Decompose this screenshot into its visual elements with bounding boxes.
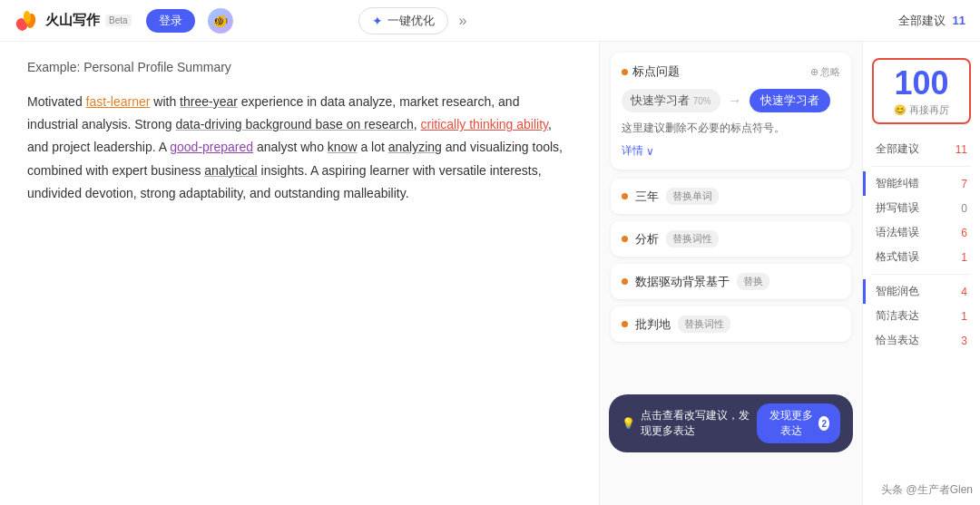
right-label-smart-polish: 智能润色 xyxy=(876,284,919,299)
right-label-spelling: 拼写错误 xyxy=(876,200,919,216)
original-score: 70% xyxy=(693,96,711,106)
card-type: 标点问题 xyxy=(622,63,680,80)
highlight-good-prepared: good-prepared xyxy=(170,140,253,154)
card-label-5: 批判地 xyxy=(635,316,671,333)
discover-more-button[interactable]: 发现更多表达 2 xyxy=(757,403,840,443)
doc-title: Example: Personal Profile Summary xyxy=(27,60,572,74)
word-suggested[interactable]: 快速学习者 xyxy=(750,89,830,112)
suggestion-card-three-year[interactable]: 三年 替换单词 xyxy=(611,179,851,214)
right-count-grammar: 6 xyxy=(961,227,967,239)
top-nav: 火山写作 Beta 登录 🐠 ✦ 一键优化 » 全部建议 11 xyxy=(0,0,980,42)
card-desc: 这里建议删除不必要的标点符号。 xyxy=(622,120,840,136)
underline-three-year: three-year xyxy=(180,94,238,109)
right-count-appropriate: 3 xyxy=(961,335,967,347)
optimize-label: 一键优化 xyxy=(387,13,435,29)
card-header: 标点问题 ⊕ 忽略 xyxy=(622,63,840,80)
card-label-2: 三年 xyxy=(635,189,659,205)
right-label-grammar: 语法错误 xyxy=(876,225,919,240)
right-label-all: 全部建议 xyxy=(876,141,919,157)
right-item-smart-correct[interactable]: 智能纠错 7 xyxy=(863,171,980,196)
card-label-3: 分析 xyxy=(635,231,659,248)
tooltip-count: 2 xyxy=(818,416,829,431)
score-label: 😊 再接再厉 xyxy=(879,103,964,117)
right-label-smart-correct: 智能纠错 xyxy=(876,176,919,191)
suggestion-card-analyze[interactable]: 分析 替换词性 xyxy=(611,221,851,257)
right-label-appropriate: 恰当表达 xyxy=(876,333,919,348)
dot-orange-4 xyxy=(622,278,628,285)
tooltip-text: 💡 点击查看改写建议，发现更多表达 xyxy=(622,408,757,439)
logo-area: 火山写作 Beta 登录 🐠 xyxy=(15,8,233,34)
suggestions-area: 全部建议 11 xyxy=(884,13,965,29)
logo-icon xyxy=(15,8,40,34)
suggestions-num: 11 xyxy=(953,14,965,27)
dot-orange-2 xyxy=(622,193,628,199)
chevron-down-icon: ∨ xyxy=(646,145,654,158)
arrow-icon: → xyxy=(728,92,742,109)
right-label-format: 格式错误 xyxy=(876,249,919,265)
right-count-spelling: 0 xyxy=(961,202,967,215)
right-count-smart-correct: 7 xyxy=(961,178,967,190)
right-count-all: 11 xyxy=(956,143,967,156)
main-layout: Example: Personal Profile Summary Motiva… xyxy=(0,42,980,505)
right-item-all[interactable]: 全部建议 11 xyxy=(863,137,980,161)
right-item-grammar[interactable]: 语法错误 6 xyxy=(863,220,980,245)
suggestion-card-punctuation: 标点问题 ⊕ 忽略 快速学习者 70% → 快速学习者 这里建议删除不必要的标点… xyxy=(611,53,851,170)
dot-orange xyxy=(622,69,628,75)
card-type-label: 标点问题 xyxy=(632,63,680,80)
highlight-fast-learner: fast-learner xyxy=(86,94,151,109)
word-compare: 快速学习者 70% → 快速学习者 xyxy=(622,89,840,112)
login-button[interactable]: 登录 xyxy=(146,9,195,33)
right-count-concise: 1 xyxy=(961,310,967,323)
right-count-smart-polish: 4 xyxy=(961,286,967,298)
right-panel: 100 😊 再接再厉 全部建议 11 智能纠错 7 拼写错误 0 语法错误 6 … xyxy=(862,42,980,505)
ignore-label: 忽略 xyxy=(820,65,840,79)
underline-know: know xyxy=(328,140,358,154)
suggestions-label: 全部建议 11 xyxy=(898,13,965,29)
optimize-icon: ✦ xyxy=(372,14,383,28)
divider-2 xyxy=(872,274,971,275)
right-count-format: 1 xyxy=(961,251,967,264)
card-detail[interactable]: 详情 ∨ xyxy=(622,143,840,159)
right-item-concise[interactable]: 简洁表达 1 xyxy=(863,304,980,328)
divider-1 xyxy=(872,166,971,167)
optimize-button[interactable]: ✦ 一键优化 xyxy=(358,7,448,34)
underline-analytical: analytical xyxy=(204,163,257,178)
score-number: 100 xyxy=(879,67,964,100)
nav-center: ✦ 一键优化 » xyxy=(358,7,471,34)
dot-orange-3 xyxy=(622,236,628,242)
card-action-5[interactable]: 替换词性 xyxy=(678,316,730,333)
dot-orange-5 xyxy=(622,321,628,327)
avatar-button[interactable]: 🐠 xyxy=(208,8,233,34)
right-item-appropriate[interactable]: 恰当表达 3 xyxy=(863,328,980,353)
suggestion-card-data-driven[interactable]: 数据驱动背景基于 替换 xyxy=(611,264,851,299)
smile-icon: 😊 xyxy=(894,104,906,116)
app-name: 火山写作 xyxy=(45,12,100,29)
card-action-2[interactable]: 替换单词 xyxy=(666,188,719,205)
right-label-concise: 简洁表达 xyxy=(876,308,919,324)
card-action-4[interactable]: 替换 xyxy=(737,273,769,290)
card-action-3[interactable]: 替换词性 xyxy=(666,230,719,248)
tooltip-banner: 💡 点击查看改写建议，发现更多表达 发现更多表达 2 xyxy=(609,394,853,452)
word-original: 快速学习者 70% xyxy=(622,89,720,112)
middle-panel: 标点问题 ⊕ 忽略 快速学习者 70% → 快速学习者 这里建议删除不必要的标点… xyxy=(599,42,862,505)
expand-button[interactable]: » xyxy=(456,13,471,29)
doc-body: Motivated fast-learner with three-year e… xyxy=(27,91,572,205)
right-item-format[interactable]: 格式错误 1 xyxy=(863,245,980,269)
ignore-button[interactable]: ⊕ 忽略 xyxy=(810,65,840,79)
editor-area: Example: Personal Profile Summary Motiva… xyxy=(0,42,599,505)
right-item-smart-polish[interactable]: 智能润色 4 xyxy=(863,279,980,304)
beta-badge: Beta xyxy=(105,15,132,26)
suggestion-card-critically[interactable]: 批判地 替换词性 xyxy=(611,306,851,342)
underline-analyzing: analyzing xyxy=(388,140,442,154)
card-label-4: 数据驱动背景基于 xyxy=(635,274,730,290)
score-box: 100 😊 再接再厉 xyxy=(872,58,971,124)
underline-data-driving: data-driving background base on research xyxy=(175,117,413,131)
right-item-spelling[interactable]: 拼写错误 0 xyxy=(863,196,980,220)
highlight-thinking: critically thinking ability xyxy=(420,117,548,131)
lightbulb-icon: 💡 xyxy=(622,417,635,430)
